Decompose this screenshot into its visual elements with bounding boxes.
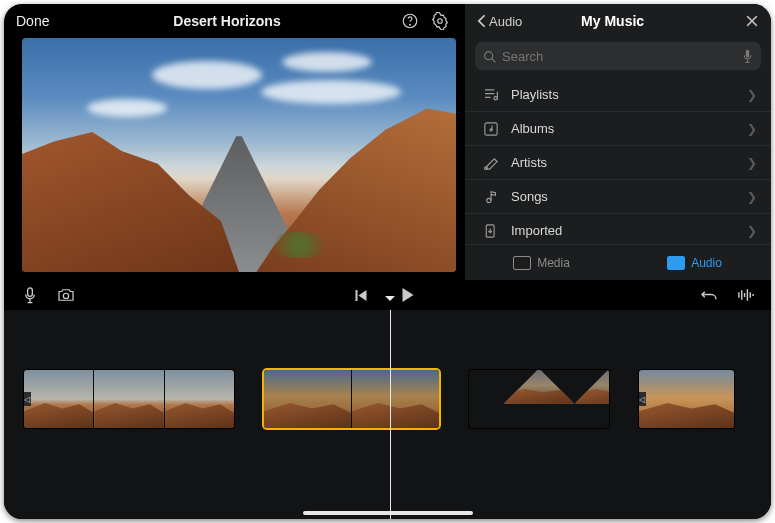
search-input[interactable] xyxy=(502,49,736,64)
chevron-right-icon: ❯ xyxy=(747,122,757,136)
music-categories: Playlists ❯ Albums ❯ Artists ❯ Songs ❯ xyxy=(465,78,771,244)
chevron-right-icon: ❯ xyxy=(747,156,757,170)
playlists-icon xyxy=(483,87,499,103)
app-window: Done Desert Horizons xyxy=(4,4,771,519)
svg-point-1 xyxy=(410,24,411,25)
clip-3[interactable] xyxy=(469,370,609,428)
panel-tabs: Media Audio xyxy=(465,244,771,280)
project-title: Desert Horizons xyxy=(56,13,398,29)
timeline[interactable]: ▷◁ ▷◁ xyxy=(4,310,771,519)
close-panel-icon[interactable] xyxy=(745,14,759,28)
artists-icon xyxy=(483,155,499,171)
svg-rect-4 xyxy=(746,49,749,57)
svg-point-12 xyxy=(63,293,68,298)
clip-4[interactable]: ▷◁ xyxy=(639,370,734,428)
svg-rect-13 xyxy=(355,290,357,301)
svg-rect-11 xyxy=(28,287,33,296)
microphone-icon[interactable] xyxy=(18,283,42,307)
playhead[interactable] xyxy=(390,310,391,519)
albums-icon xyxy=(483,121,499,137)
tab-media[interactable]: Media xyxy=(465,245,618,280)
chevron-right-icon: ❯ xyxy=(747,88,757,102)
help-icon[interactable] xyxy=(398,9,422,33)
row-label: Songs xyxy=(511,189,735,204)
search-icon xyxy=(483,50,496,63)
tab-label: Media xyxy=(537,256,570,270)
svg-point-9 xyxy=(486,198,490,202)
row-label: Albums xyxy=(511,121,735,136)
row-playlists[interactable]: Playlists ❯ xyxy=(465,78,771,112)
tab-audio[interactable]: Audio xyxy=(618,245,771,280)
row-songs[interactable]: Songs ❯ xyxy=(465,180,771,214)
viewer-pane: Done Desert Horizons xyxy=(4,4,464,280)
home-indicator[interactable] xyxy=(303,511,473,515)
clip-1[interactable]: ▷◁ xyxy=(24,370,234,428)
settings-icon[interactable] xyxy=(428,9,452,33)
svg-point-8 xyxy=(484,166,487,169)
top-section: Done Desert Horizons xyxy=(4,4,771,280)
video-preview[interactable] xyxy=(22,38,456,272)
video-track: ▷◁ ▷◁ xyxy=(24,370,751,428)
waveform-icon[interactable] xyxy=(733,283,757,307)
dictation-icon[interactable] xyxy=(742,49,753,64)
svg-point-2 xyxy=(438,19,443,24)
row-imported[interactable]: Imported ❯ xyxy=(465,214,771,244)
undo-icon[interactable] xyxy=(697,283,721,307)
camera-icon[interactable] xyxy=(54,283,78,307)
skip-back-icon[interactable] xyxy=(349,283,373,307)
viewer-header: Done Desert Horizons xyxy=(4,4,464,38)
svg-point-3 xyxy=(485,51,493,59)
play-icon[interactable] xyxy=(395,283,419,307)
row-albums[interactable]: Albums ❯ xyxy=(465,112,771,146)
audio-icon xyxy=(667,256,685,270)
transition-marker-icon[interactable]: ▷◁ xyxy=(639,392,646,406)
transition-marker-icon[interactable]: ▷◁ xyxy=(24,392,31,406)
media-icon xyxy=(513,256,531,270)
songs-icon xyxy=(483,189,499,205)
row-label: Playlists xyxy=(511,87,735,102)
row-artists[interactable]: Artists ❯ xyxy=(465,146,771,180)
row-label: Imported xyxy=(511,223,735,238)
audio-panel: Audio My Music Playlists ❯ xyxy=(464,4,771,280)
tab-label: Audio xyxy=(691,256,722,270)
clip-2-selected[interactable] xyxy=(264,370,439,428)
chevron-right-icon: ❯ xyxy=(747,224,757,238)
done-button[interactable]: Done xyxy=(16,13,56,29)
panel-title: My Music xyxy=(480,13,745,29)
row-label: Artists xyxy=(511,155,735,170)
panel-header: Audio My Music xyxy=(465,4,771,38)
imported-icon xyxy=(483,223,499,239)
chevron-right-icon: ❯ xyxy=(747,190,757,204)
search-field[interactable] xyxy=(475,42,761,70)
